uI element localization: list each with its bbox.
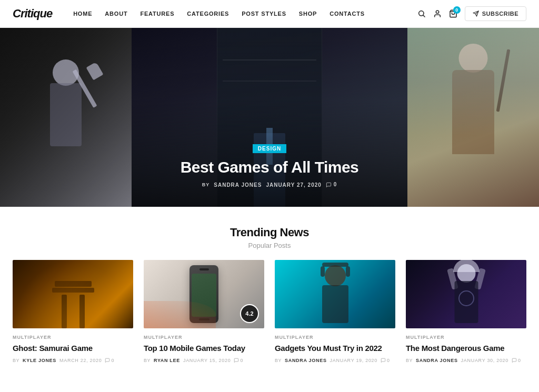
card-mobile-date: January 15, 2020 <box>183 358 231 363</box>
nav-shop[interactable]: Shop <box>299 11 317 17</box>
hero-overlay: Design Best Games of All Times By Sandra… <box>132 28 407 207</box>
hero-slider: Design Best Games of All Times By Sandra… <box>0 28 539 207</box>
comment-icon <box>105 358 110 363</box>
comment-icon <box>381 358 386 363</box>
trending-section-header: Trending News Popular Posts <box>13 207 526 260</box>
card-gadget-comments: 0 <box>381 358 390 363</box>
cards-grid: Multiplayer Ghost: Samurai Game By Kyle … <box>13 260 526 379</box>
card-samurai-comments: 0 <box>105 358 114 363</box>
card-gadget-image <box>275 260 395 328</box>
trending-title: Trending News <box>13 226 526 239</box>
card-gadget[interactable]: Multiplayer Gadgets You Must Try in 2022… <box>275 260 395 363</box>
hero-author: Sandra Jones <box>214 182 262 188</box>
hero-comment-count: 0 <box>326 182 337 188</box>
site-logo[interactable]: Critique <box>13 7 52 21</box>
main-content: Trending News Popular Posts <box>0 207 539 379</box>
user-icon <box>433 9 442 18</box>
nav-contacts[interactable]: Contacts <box>330 11 365 17</box>
search-button[interactable] <box>417 9 426 18</box>
hero-author-prefix: By <box>202 182 210 187</box>
card-gadget-meta: By Sandra Jones January 19, 2020 0 <box>275 358 395 363</box>
hero-side-right[interactable] <box>407 28 539 207</box>
nav-post-styles[interactable]: Post Styles <box>242 11 286 17</box>
card-dangerous-date: January 30, 2020 <box>461 358 508 363</box>
nav-about[interactable]: About <box>105 11 127 17</box>
card-samurai[interactable]: Multiplayer Ghost: Samurai Game By Kyle … <box>13 260 133 363</box>
card-dangerous[interactable]: Multiplayer The Most Dangerous Game By S… <box>406 260 526 363</box>
card-dangerous-image <box>406 260 526 328</box>
card-dangerous-author: Sandra Jones <box>416 358 458 363</box>
svg-point-2 <box>436 11 438 13</box>
header-actions: 0 Subscribe <box>417 6 526 21</box>
card-gadget-author: Sandra Jones <box>285 358 327 363</box>
card-dangerous-meta: By Sandra Jones January 30, 2020 0 <box>406 358 526 363</box>
card-dangerous-comments: 0 <box>512 358 521 363</box>
comment-icon <box>512 358 517 363</box>
card-gadget-title[interactable]: Gadgets You Must Try in 2022 <box>275 343 395 354</box>
card-samurai-date: March 22, 2020 <box>59 358 102 363</box>
card-mobile-meta: By Ryan Lee January 15, 2020 0 <box>144 358 264 363</box>
trending-subtitle: Popular Posts <box>13 242 526 249</box>
card-mobile-comments: 0 <box>234 358 243 363</box>
hero-title: Best Games of All Times <box>181 158 359 177</box>
hero-category-badge: Design <box>253 144 286 153</box>
user-button[interactable] <box>433 9 442 18</box>
cart-badge: 0 <box>453 6 461 14</box>
card-samurai-image <box>13 260 133 328</box>
nav-features[interactable]: Features <box>140 11 174 17</box>
card-samurai-category: Multiplayer <box>13 335 133 340</box>
card-samurai-meta: By Kyle Jones March 22, 2020 0 <box>13 358 133 363</box>
nav-home[interactable]: Home <box>73 11 92 17</box>
hero-meta: By Sandra Jones January 27, 2020 0 <box>202 182 337 188</box>
nav-categories[interactable]: Categories <box>187 11 229 17</box>
card-dangerous-category: Multiplayer <box>406 335 526 340</box>
card-gadget-date: January 19, 2020 <box>330 358 377 363</box>
card-gadget-category: Multiplayer <box>275 335 395 340</box>
svg-line-1 <box>423 15 425 17</box>
card-mobile-author: Ryan Lee <box>154 358 180 363</box>
hero-date: January 27, 2020 <box>266 182 322 188</box>
card-samurai-author: Kyle Jones <box>23 358 56 363</box>
card-dangerous-title[interactable]: The Most Dangerous Game <box>406 343 526 354</box>
card-mobile-image: 4.2 <box>144 260 264 328</box>
search-icon <box>417 9 426 18</box>
card-samurai-title[interactable]: Ghost: Samurai Game <box>13 343 133 354</box>
main-nav: Home About Features Categories Post Styl… <box>73 11 417 17</box>
card-mobile-title[interactable]: Top 10 Mobile Games Today <box>144 343 264 354</box>
comment-icon <box>234 358 239 363</box>
card-mobile-rating: 4.2 <box>240 304 259 323</box>
comment-icon <box>326 182 332 188</box>
card-mobile[interactable]: 4.2 Multiplayer Top 10 Mobile Games Toda… <box>144 260 264 363</box>
subscribe-button[interactable]: Subscribe <box>465 6 526 21</box>
cart-button[interactable]: 0 <box>449 9 457 18</box>
site-header: Critique Home About Features Categories … <box>0 0 539 28</box>
hero-side-left[interactable] <box>0 28 132 207</box>
send-icon <box>473 11 479 17</box>
hero-main[interactable]: Design Best Games of All Times By Sandra… <box>132 28 407 207</box>
card-mobile-category: Multiplayer <box>144 335 264 340</box>
